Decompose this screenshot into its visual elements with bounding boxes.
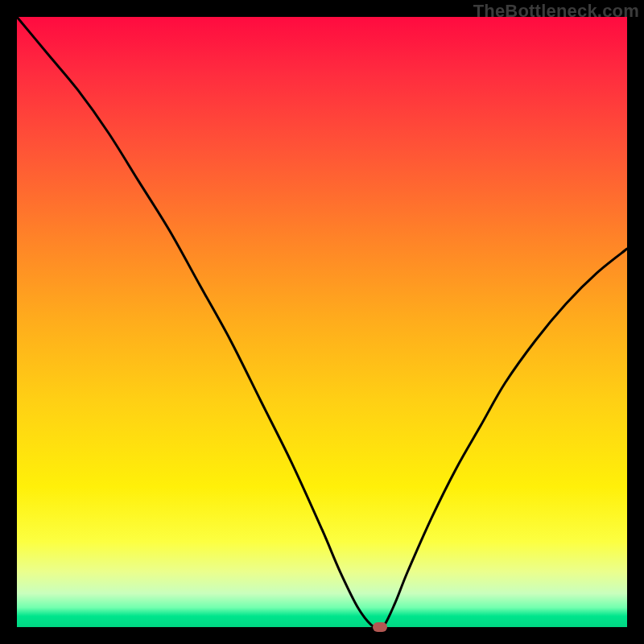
watermark-text: TheBottleneck.com — [473, 1, 639, 22]
optimum-marker — [373, 622, 387, 632]
bottleneck-curve — [17, 17, 627, 627]
chart-frame: TheBottleneck.com — [0, 0, 644, 644]
plot-area — [17, 17, 627, 627]
